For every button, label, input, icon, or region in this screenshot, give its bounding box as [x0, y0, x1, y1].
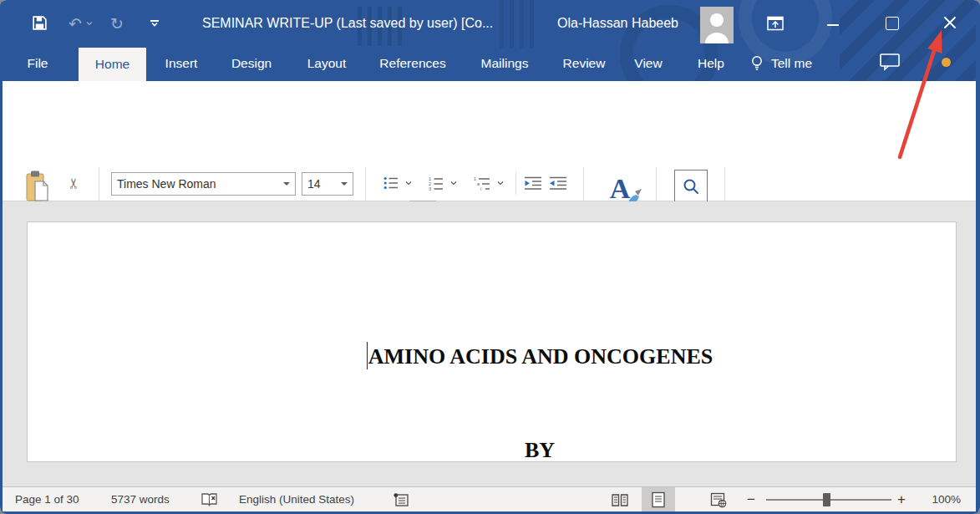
chevron-down-icon [497, 181, 504, 186]
chevron-down-icon [341, 182, 348, 186]
ribbon-display-options-icon [766, 15, 785, 32]
window-frame [0, 0, 3, 514]
lightbulb-icon [750, 54, 764, 73]
page-count[interactable]: Page 1 of 30 [15, 487, 79, 512]
print-layout-button[interactable] [642, 487, 675, 511]
chevron-down-icon [151, 23, 158, 27]
save-button[interactable] [28, 12, 50, 33]
undo-button[interactable]: ↶ [65, 13, 85, 34]
tab-insert[interactable]: Insert [165, 46, 198, 81]
multilevel-list-dropdown[interactable] [495, 176, 506, 190]
undo-icon: ↶ [69, 16, 82, 32]
decrease-indent-button[interactable] [521, 171, 545, 195]
tab-view[interactable]: View [634, 46, 662, 81]
font-size-combo[interactable]: 14 [302, 172, 353, 196]
status-bar: Page 1 of 30 5737 words English (United … [0, 486, 980, 511]
close-icon [942, 15, 957, 30]
decrease-indent-icon [524, 176, 542, 190]
zoom-out-button[interactable]: − [747, 487, 755, 512]
web-layout-icon [710, 492, 727, 508]
tab-layout[interactable]: Layout [307, 46, 347, 81]
numbering-dropdown[interactable] [448, 176, 460, 190]
proofing-book-icon [201, 492, 219, 507]
tab-file[interactable]: File [28, 46, 48, 81]
window-title: SEMINAR WRITE-UP (Last saved by user) [C… [202, 16, 493, 31]
minimize-icon [827, 24, 839, 26]
numbering-button[interactable]: 1 2 3 [426, 171, 446, 195]
zoom-level[interactable]: 100% [917, 487, 961, 512]
tab-help[interactable]: Help [698, 46, 724, 81]
numbering-icon: 1 2 3 [429, 176, 444, 191]
bullets-icon [383, 176, 399, 190]
tab-design[interactable]: Design [231, 46, 272, 81]
document-byline: BY [122, 438, 957, 463]
document-page[interactable]: AMINO ACIDS AND ONCOGENES BY [27, 221, 957, 462]
proofing-status-button[interactable] [199, 491, 221, 508]
editing-icon [674, 170, 708, 203]
bullets-dropdown[interactable] [403, 176, 414, 190]
tab-home[interactable]: Home [79, 48, 146, 81]
account-name[interactable]: Ola-Hassan Habeeb [557, 16, 678, 31]
document-area: AMINO ACIDS AND ONCOGENES BY [3, 201, 976, 486]
text-cursor [367, 342, 368, 369]
word-window: ↶ ↻ SEMINAR WRITE-UP (Last saved by user… [0, 0, 980, 514]
multilevel-list-button[interactable]: 1 a i [471, 171, 493, 195]
tell-me-label: Tell me [771, 56, 812, 71]
accessibility-checker-button[interactable] [391, 492, 411, 507]
zoom-in-button[interactable]: + [897, 487, 906, 512]
svg-text:3: 3 [429, 186, 431, 191]
save-icon [31, 14, 48, 32]
document-title-line: AMINO ACIDS AND ONCOGENES [122, 342, 957, 369]
search-icon [682, 177, 700, 196]
zoom-slider-handle[interactable] [823, 493, 830, 506]
customize-qat-icon [150, 20, 159, 22]
ribbon: Paste ✂ Clipboard [0, 81, 980, 201]
person-icon [700, 7, 734, 43]
maximize-button[interactable] [880, 11, 905, 36]
increase-indent-icon [549, 176, 567, 190]
chevron-down-icon [450, 181, 457, 186]
svg-text:i: i [480, 186, 481, 191]
comments-button[interactable] [879, 52, 901, 75]
minimize-button[interactable] [820, 13, 845, 38]
tell-me-button[interactable]: Tell me [750, 46, 812, 81]
titlebar-decoration-bars [500, 0, 534, 48]
tab-review[interactable]: Review [563, 46, 606, 81]
undo-dropdown[interactable] [84, 18, 94, 28]
font-name-value: Times New Roman [117, 177, 283, 191]
avatar[interactable] [700, 7, 734, 43]
bullets-button[interactable] [381, 171, 401, 195]
redo-button[interactable]: ↻ [107, 13, 127, 34]
titlebar: ↶ ↻ SEMINAR WRITE-UP (Last saved by user… [0, 0, 980, 81]
accessibility-checker-icon [394, 493, 409, 506]
ribbon-display-options-button[interactable] [763, 11, 788, 36]
customize-quick-access-button[interactable] [147, 16, 162, 31]
multilevel-list-icon: 1 a i [474, 176, 490, 191]
chevron-down-icon [86, 22, 93, 26]
font-name-combo[interactable]: Times New Roman [111, 172, 296, 196]
tab-references[interactable]: References [379, 46, 445, 81]
language-status[interactable]: English (United States) [239, 487, 354, 512]
tab-mailings[interactable]: Mailings [481, 46, 529, 81]
read-mode-button[interactable] [607, 490, 633, 510]
print-layout-icon [651, 491, 666, 508]
cut-button[interactable]: ✂ [62, 172, 85, 194]
window-frame [976, 0, 980, 514]
chevron-down-icon [283, 182, 290, 186]
web-layout-button[interactable] [705, 490, 732, 510]
comment-icon [879, 52, 901, 72]
presence-dot [942, 58, 951, 67]
chevron-down-icon [405, 181, 412, 186]
maximize-icon [886, 17, 899, 30]
increase-indent-button[interactable] [546, 171, 570, 195]
read-mode-icon [611, 493, 629, 507]
document-title-text: AMINO ACIDS AND ONCOGENES [368, 344, 713, 369]
redo-icon: ↻ [110, 16, 124, 32]
close-button[interactable] [937, 10, 962, 35]
font-size-value: 14 [307, 177, 341, 191]
scissors-icon: ✂ [65, 177, 83, 189]
word-count[interactable]: 5737 words [111, 487, 170, 512]
svg-text:1: 1 [474, 176, 476, 181]
